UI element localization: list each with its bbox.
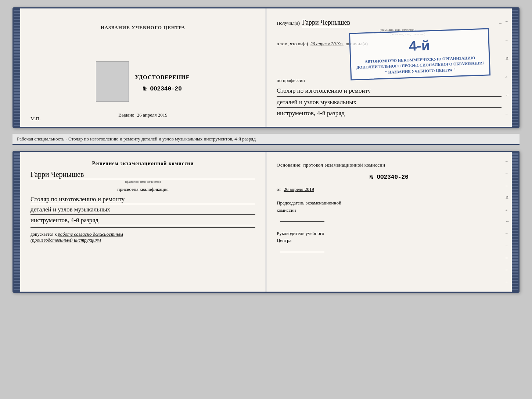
profession-line3: инструментов, 4-й разряд [277,108,502,118]
director-block: Руководитель учебного Центра [277,230,502,254]
top-document: НАЗВАНИЕ УЧЕБНОГО ЦЕНТРА УДОСТОВЕРЕНИЕ №… [12,7,520,128]
person-name: Гарри Чернышев [30,170,255,179]
description-bar: Рабочая специальность - Столяр по изгото… [12,134,520,145]
person-sublabel: (фамилия, имя, отчество) [30,180,255,184]
spine-left-bottom [14,152,20,292]
bottom-doc-right: Основание: протокол экзаменационной коми… [266,152,512,292]
protocol-date: от 26 апреля 2019 [277,185,502,193]
profession-line1: Столяр по изготовлению и ремонту [277,86,502,97]
right-dashes-bottom: – – – И а ← – – – – – [506,152,510,292]
chairman-signature [280,221,324,222]
chairman-block: Председатель экзаменационной комиссии [277,199,502,224]
director-signature [280,252,324,252]
spine-left [14,8,20,127]
date-value: 26 апреля 2019г. [310,40,344,48]
recipient-name: Гарри Чернышев [302,19,350,27]
qualification: Столяр по изготовлению и ремонту деталей… [30,195,255,225]
certificate-label: УДОСТОВЕРЕНИЕ [135,74,190,81]
allowed-block: допускается к работе согласно должностны… [30,231,255,243]
issued-date: 26 апреля 2019 [137,112,168,118]
bottom-document: Решением экзаменационной комиссии Гарри … [12,151,520,293]
profession-value: Столяр по изготовлению и ремонту деталей… [277,86,502,118]
date-prefix: в том, что он(а) [277,40,308,48]
description-text: Рабочая специальность - Столяр по изгото… [17,136,256,142]
chairman-label: Председатель экзаменационной [277,199,502,207]
director-label2: Центра [277,237,502,244]
qual-line2: деталей и узлов музыкальных [30,205,255,215]
profession-line2: деталей и узлов музыкальных [277,97,502,108]
spine-right [512,8,518,127]
cert-number: № OO2340-20 [143,86,182,92]
right-dashes: – – И а ← – [506,8,510,127]
spine-right-bottom [512,152,518,292]
mp-label: М.П. [30,116,40,122]
director-label: Руководитель учебного [277,230,502,237]
qual-line3: инструментов, 4-й разряд [30,215,255,225]
protocol-number: № OO2340-20 [277,172,502,183]
recipient-prefix: Получил(а) [277,19,300,27]
assigned-label: присвоена квалификация [30,186,255,192]
chairman-label2: комиссии [277,207,502,214]
commission-title: Решением экзаменационной комиссии [30,161,255,167]
issued-label: Выдано [118,112,134,118]
bottom-doc-left: Решением экзаменационной комиссии Гарри … [20,152,266,292]
stamp-box: 4-й АВТОНОМНУЮ НЕКОММЕРЧЕСКУЮ ОРГАНИЗАЦИ… [349,28,490,80]
top-doc-right: Получил(а) Гарри Чернышев (фамилия, имя,… [266,8,512,127]
top-doc-left: НАЗВАНИЕ УЧЕБНОГО ЦЕНТРА УДОСТОВЕРЕНИЕ №… [20,8,266,127]
qual-line1: Столяр по изготовлению и ремонту [30,195,255,204]
allowed-prefix: допускается к [30,232,57,237]
basis-label: Основание: протокол экзаменационной коми… [277,161,502,169]
protocol-date-value: 26 апреля 2019 [284,186,314,192]
photo-placeholder [96,61,129,102]
protocol-date-prefix: от [277,186,281,192]
institution-name: НАЗВАНИЕ УЧЕБНОГО ЦЕНТРА [101,25,186,31]
